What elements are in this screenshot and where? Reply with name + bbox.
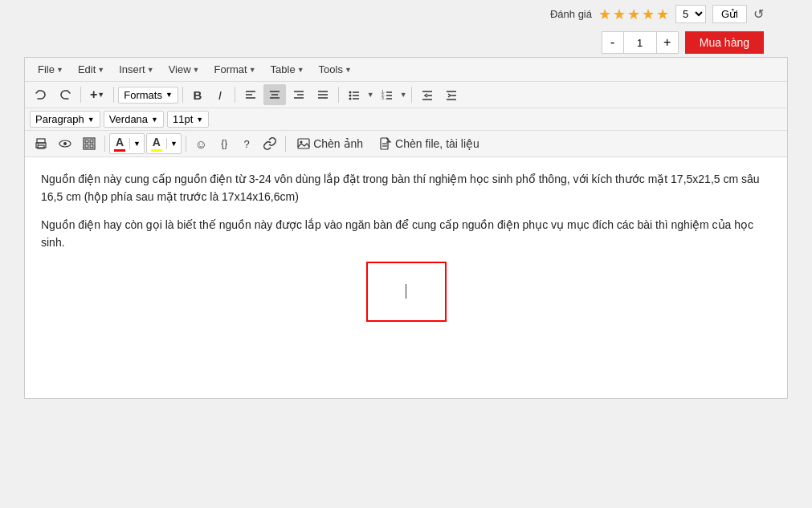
star-3: ★ — [627, 6, 640, 23]
star-2: ★ — [613, 6, 626, 23]
list-bullet-button[interactable] — [343, 84, 365, 105]
svg-rect-39 — [85, 144, 88, 148]
format-dropdown-arrow: ▼ — [249, 66, 256, 74]
paragraph-2: Nguồn điện hay còn gọi là biết thế nguồn… — [41, 216, 771, 252]
preview-button[interactable] — [54, 133, 76, 154]
paragraph-select[interactable]: Paragraph ▼ — [30, 111, 100, 128]
star-1: ★ — [598, 6, 611, 23]
table-cursor-area — [41, 262, 771, 322]
font-select[interactable]: Verdana ▼ — [104, 111, 164, 128]
table-dropdown-arrow: ▼ — [297, 66, 304, 74]
align-left-button[interactable] — [239, 84, 262, 105]
menu-insert[interactable]: Insert ▼ — [112, 61, 160, 78]
formats-dropdown[interactable]: Formats ▼ — [118, 87, 178, 104]
svg-rect-41 — [298, 139, 309, 148]
menu-view[interactable]: View ▼ — [162, 61, 206, 78]
qty-minus-button[interactable]: - — [602, 31, 624, 54]
separator-2 — [113, 87, 114, 103]
svg-point-14 — [349, 95, 351, 97]
text-cursor — [406, 284, 406, 299]
menu-edit[interactable]: Edit ▼ — [71, 61, 111, 78]
align-justify-button[interactable] — [312, 84, 334, 105]
align-center-button[interactable] — [263, 84, 286, 105]
svg-point-16 — [349, 98, 351, 100]
separator-7 — [104, 136, 105, 152]
qty-input[interactable] — [624, 31, 656, 54]
file-dropdown-arrow: ▼ — [56, 66, 63, 74]
separator-6 — [411, 87, 412, 103]
star-rating: ★ ★ ★ ★ ★ — [598, 6, 669, 23]
font-color-bar — [114, 149, 125, 152]
font-arrow: ▼ — [151, 116, 158, 124]
insert-button[interactable]: + ▼ — [85, 84, 109, 105]
rating-bar: Đánh giá ★ ★ ★ ★ ★ 5 4 3 2 1 Gửi ↺ — [0, 0, 812, 28]
italic-button[interactable]: I — [210, 84, 231, 105]
toolbar-row3: A ▼ A ▼ ☺ {} ? Chèn ảnh — [25, 131, 787, 157]
editor-table[interactable] — [366, 262, 447, 322]
menu-table[interactable]: Table ▼ — [264, 61, 311, 78]
insert-image-button[interactable]: Chèn ảnh — [290, 133, 370, 154]
list-numbered-button[interactable]: 1.2.3. — [376, 84, 398, 105]
separator-4 — [235, 87, 235, 103]
svg-point-35 — [63, 142, 67, 145]
rating-label: Đánh giá — [550, 8, 592, 20]
buy-button[interactable]: Mua hàng — [685, 31, 764, 54]
bg-color-button[interactable]: A — [147, 134, 166, 153]
insert-file-button[interactable]: Chèn file, tài liệu — [372, 133, 487, 154]
indent-button[interactable] — [440, 84, 463, 105]
list-numbered-arrow[interactable]: ▼ — [400, 91, 407, 99]
star-5: ★ — [656, 6, 669, 23]
list-bullet-arrow[interactable]: ▼ — [367, 91, 374, 99]
quantity-bar: - + Mua hàng — [0, 28, 812, 57]
font-color-arrow[interactable]: ▼ — [129, 138, 144, 149]
reset-icon[interactable]: ↺ — [753, 6, 764, 22]
menu-format[interactable]: Format ▼ — [208, 61, 263, 78]
link-button[interactable] — [259, 133, 281, 154]
bg-color-group: A ▼ — [146, 133, 182, 154]
emoji-button[interactable]: ☺ — [190, 133, 212, 154]
svg-point-12 — [349, 91, 351, 94]
svg-point-42 — [300, 141, 303, 144]
undo-button[interactable] — [30, 84, 52, 105]
insert-dropdown-arrow: ▼ — [147, 66, 154, 74]
svg-rect-38 — [90, 140, 93, 143]
svg-text:3.: 3. — [382, 96, 385, 100]
view-dropdown-arrow: ▼ — [193, 66, 200, 74]
align-right-button[interactable] — [288, 84, 310, 105]
code-button[interactable]: {} — [214, 133, 235, 154]
font-color-button[interactable]: A — [110, 134, 129, 153]
outdent-button[interactable] — [416, 84, 439, 105]
bg-color-arrow[interactable]: ▼ — [166, 138, 181, 149]
svg-rect-30 — [37, 139, 45, 143]
bg-color-bar — [151, 149, 162, 152]
toolbar-row1: + ▼ Formats ▼ B I ▼ — [25, 82, 787, 108]
rating-select[interactable]: 5 4 3 2 1 — [675, 5, 706, 23]
separator-8 — [186, 136, 186, 152]
font-color-group: A ▼ — [109, 133, 145, 154]
redo-button[interactable] — [54, 84, 76, 105]
paragraph-arrow: ▼ — [88, 116, 95, 124]
menu-file[interactable]: File ▼ — [31, 61, 70, 78]
editor-content[interactable]: Nguồn điện này cung cấp nguồn điện từ 3-… — [25, 157, 787, 398]
formats-arrow: ▼ — [165, 91, 173, 99]
tools-dropdown-arrow: ▼ — [345, 66, 352, 74]
font-size-select[interactable]: 11pt ▼ — [167, 111, 209, 128]
bold-button[interactable]: B — [187, 84, 208, 105]
print-button[interactable] — [30, 133, 52, 154]
star-4: ★ — [642, 6, 655, 23]
svg-rect-40 — [90, 144, 93, 148]
separator-9 — [285, 136, 286, 152]
svg-rect-37 — [85, 140, 88, 143]
size-arrow: ▼ — [196, 116, 203, 124]
help-button[interactable]: ? — [236, 133, 257, 154]
gui-button[interactable]: Gửi — [712, 5, 747, 23]
source-button[interactable] — [78, 133, 100, 154]
paragraph-1: Nguồn điện này cung cấp nguồn điện từ 3-… — [41, 170, 771, 206]
editor-container: File ▼ Edit ▼ Insert ▼ View ▼ Format ▼ T… — [24, 57, 788, 399]
separator-5 — [338, 87, 339, 103]
menu-bar: File ▼ Edit ▼ Insert ▼ View ▼ Format ▼ T… — [25, 58, 787, 82]
separator-3 — [182, 87, 183, 103]
edit-dropdown-arrow: ▼ — [97, 66, 104, 74]
menu-tools[interactable]: Tools ▼ — [312, 61, 358, 78]
qty-plus-button[interactable]: + — [656, 31, 679, 54]
